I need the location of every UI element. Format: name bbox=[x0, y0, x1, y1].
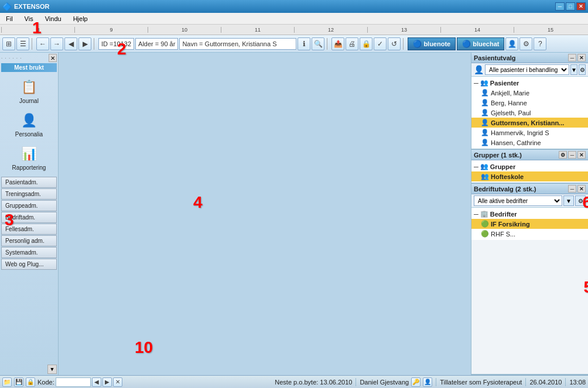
toolbar-fwd-btn[interactable]: → bbox=[50, 37, 63, 50]
status-code-btn3[interactable]: ✕ bbox=[113, 377, 122, 387]
kode-input-field[interactable] bbox=[56, 377, 91, 387]
bedrift-rhf[interactable]: 🟢 RHF S... bbox=[471, 229, 588, 239]
toolbar-list-btn[interactable]: ☰ bbox=[16, 37, 29, 50]
minimize-button[interactable]: ─ bbox=[555, 2, 565, 11]
ruler-13: 13 bbox=[367, 27, 440, 33]
patient-gjelseth[interactable]: 👤 Gjelseth, Paul bbox=[471, 108, 588, 118]
admin-fellesadm[interactable]: Fellesadm. bbox=[1, 224, 57, 235]
status-sep-2 bbox=[436, 378, 436, 386]
patient-hammervik[interactable]: 👤 Hammervik, Ingrid S bbox=[471, 128, 588, 138]
bedrift-item-name: RHF S... bbox=[491, 231, 515, 238]
admin-gruppeadm[interactable]: Gruppeadm. bbox=[1, 200, 57, 211]
sidebar-header: · · · · · · ✕ bbox=[1, 54, 57, 62]
patient-icon: 👤 bbox=[481, 99, 489, 107]
sidebar-journal-label: Journal bbox=[19, 98, 39, 104]
menu-hjelp[interactable]: Hjelp bbox=[70, 14, 91, 23]
pasientutvalg-min-btn[interactable]: ─ bbox=[568, 54, 576, 61]
menu-vis[interactable]: Vis bbox=[21, 14, 37, 23]
patient-berg[interactable]: 👤 Berg, Hanne bbox=[471, 98, 588, 108]
ruler-bar: 8 9 10 11 12 13 14 15 bbox=[0, 25, 588, 35]
bluechat-button[interactable]: 🔵 bluechat bbox=[457, 37, 504, 50]
bedrift-if[interactable]: 🟢 IF Forsikring bbox=[471, 219, 588, 229]
status-lock-btn[interactable]: 🔒 bbox=[26, 377, 35, 387]
toolbar-refresh-btn[interactable]: ↺ bbox=[388, 37, 401, 50]
sidebar-personalia-label: Personalia bbox=[15, 131, 43, 138]
toolbar-print-btn[interactable]: 🖨 bbox=[346, 37, 358, 50]
search-btn[interactable]: 🔍 bbox=[312, 37, 324, 50]
menu-bar: Fil Vis Vindu Hjelp bbox=[0, 13, 588, 25]
patient-hansen[interactable]: 👤 Hansen, Cathrine bbox=[471, 138, 588, 147]
grupper-root-icon: 👥 bbox=[480, 163, 488, 170]
toolbar-grid-btn[interactable]: ⊞ bbox=[2, 37, 15, 50]
menu-vindu[interactable]: Vindu bbox=[42, 14, 65, 23]
rapportering-icon: 📊 bbox=[19, 143, 40, 164]
title-bar-left: 🔷 EXTENSOR bbox=[2, 2, 50, 11]
grupper-header-left: Grupper (1 stk.) bbox=[474, 152, 522, 159]
bedrift-title: Bedriftutvalg (2 stk.) bbox=[474, 186, 536, 193]
pasientutvalg-dropdown-btn[interactable]: ▼ bbox=[570, 64, 577, 75]
admin-pasientadm[interactable]: Pasientadm. bbox=[1, 177, 57, 188]
status-folder-btn[interactable]: 📁 bbox=[2, 377, 12, 387]
info-btn[interactable]: ℹ bbox=[298, 37, 310, 50]
admin-personligadm[interactable]: Personlig adm. bbox=[1, 235, 57, 246]
toolbar-back-btn[interactable]: ← bbox=[36, 37, 49, 50]
sidebar-item-personalia[interactable]: 👤 Personalia bbox=[1, 108, 57, 140]
bluenote-label: bluenote bbox=[423, 40, 450, 47]
toolbar-check-btn[interactable]: ✓ bbox=[374, 37, 387, 50]
patient-guttormsen[interactable]: 👤 Guttormsen, Kristiann... bbox=[471, 118, 588, 128]
time-label: 13:08 bbox=[569, 379, 586, 386]
bedrift-min-btn[interactable]: ─ bbox=[568, 185, 576, 193]
minus-icon: ─ bbox=[474, 80, 478, 87]
menu-fil[interactable]: Fil bbox=[2, 14, 16, 23]
next-visit-label: Neste p.o.byte: 13.06.2010 bbox=[275, 379, 352, 386]
status-code-btn2[interactable]: ▶ bbox=[102, 377, 112, 387]
pasientutvalg-close-btn[interactable]: ✕ bbox=[577, 54, 586, 61]
admin-buttons: Pasientadm. Treningsadm. Gruppeadm. Bedr… bbox=[1, 177, 57, 270]
bedrift-close-btn[interactable]: ✕ bbox=[577, 185, 586, 193]
ruler-15: 15 bbox=[514, 27, 587, 33]
pasientutvalg-dropdown-row: 👤 Alle pasienter i behandling ▼ ⚙ bbox=[471, 63, 588, 77]
toolbar-next-btn[interactable]: ▶ bbox=[78, 37, 91, 50]
toolbar-extra-btn1[interactable]: 👤 bbox=[505, 37, 518, 50]
admin-systemadm[interactable]: Systemadm. bbox=[1, 247, 57, 258]
sidebar-item-journal[interactable]: 📋 Journal bbox=[1, 74, 57, 107]
toolbar-prev-btn[interactable]: ◀ bbox=[64, 37, 77, 50]
bluenote-button[interactable]: 🔵 bluenote bbox=[408, 37, 456, 50]
patient-icon: 👤 bbox=[481, 89, 489, 97]
sidebar-scroll-down[interactable]: ▼ bbox=[47, 365, 57, 374]
toolbar-extra-btn3[interactable]: ? bbox=[534, 37, 546, 50]
pasienter-root-icon: 👥 bbox=[480, 79, 488, 87]
minus-icon: ─ bbox=[474, 211, 478, 218]
bedrift-dropdown-btn[interactable]: ▼ bbox=[563, 195, 574, 206]
bedrift-select[interactable]: Alle aktive bedrifter bbox=[474, 195, 562, 206]
status-save-btn[interactable]: 💾 bbox=[14, 377, 23, 387]
admin-treningsadm[interactable]: Treningsadm. bbox=[1, 188, 57, 200]
ruler-14: 14 bbox=[440, 27, 514, 33]
toolbar-extra-btn2[interactable]: ⚙ bbox=[519, 37, 532, 50]
patient-name: Hammervik, Ingrid S bbox=[491, 129, 549, 136]
role-label: Tillatelser som Fysioterapeut bbox=[440, 379, 522, 386]
admin-bedriftadm[interactable]: Bedriftadm. bbox=[1, 212, 57, 223]
sidebar-item-rapportering[interactable]: 📊 Rapportering bbox=[1, 141, 57, 173]
app-title: EXTENSOR bbox=[14, 3, 50, 10]
date-label: 26.04.2010 bbox=[529, 379, 562, 386]
ruler-12: 12 bbox=[294, 27, 367, 33]
bluechat-icon: 🔵 bbox=[462, 40, 471, 48]
grupper-min-btn[interactable]: ─ bbox=[568, 151, 576, 159]
admin-webplug[interactable]: Web og Plug... bbox=[1, 259, 57, 270]
grupper-settings-btn[interactable]: ⚙ bbox=[559, 151, 567, 159]
gruppe-hofteskole[interactable]: 👥 Hofteskole bbox=[471, 171, 588, 181]
close-button[interactable]: ✕ bbox=[576, 2, 586, 11]
maximize-button[interactable]: □ bbox=[566, 2, 575, 11]
pasientutvalg-settings-btn[interactable]: ⚙ bbox=[579, 64, 586, 75]
status-sep-4 bbox=[565, 378, 566, 386]
bedrift-settings-btn[interactable]: ⚙ bbox=[575, 195, 586, 206]
toolbar-lock-btn[interactable]: 🔒 bbox=[360, 37, 372, 50]
bedrifter-root-label: Bedrifter bbox=[490, 211, 517, 218]
patient-ankjell[interactable]: 👤 Ankjell, Marie bbox=[471, 88, 588, 98]
pasientutvalg-select[interactable]: Alle pasienter i behandling bbox=[485, 64, 569, 75]
toolbar-export-btn[interactable]: 📤 bbox=[331, 37, 344, 50]
status-code-btn1[interactable]: ◀ bbox=[92, 377, 101, 387]
sidebar-close-btn[interactable]: ✕ bbox=[49, 54, 57, 62]
grupper-close-btn[interactable]: ✕ bbox=[577, 151, 586, 159]
